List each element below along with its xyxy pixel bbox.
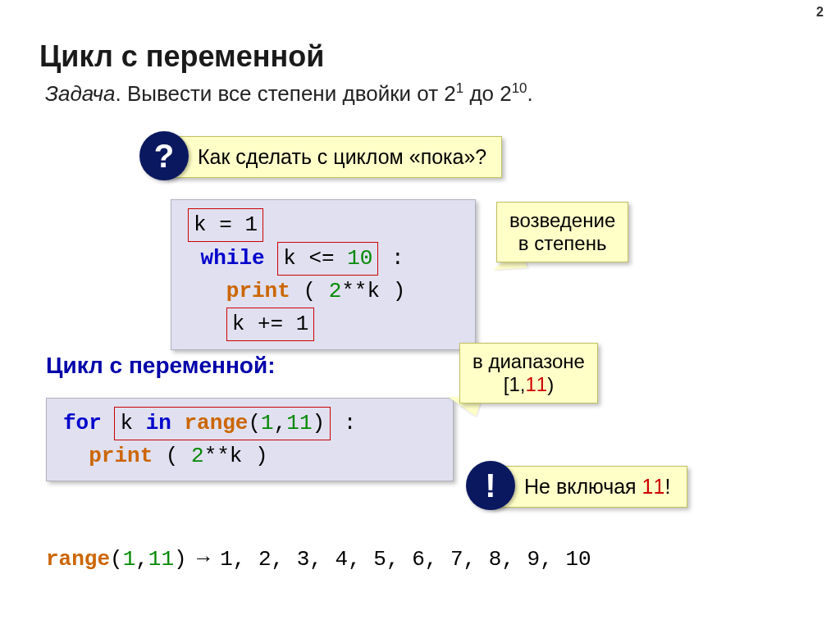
p2-open: ( [153, 444, 191, 468]
co2b: 11 [525, 373, 547, 395]
code-block-while: k = 1 while k <= 10 : print ( 2**k ) k +… [171, 199, 476, 350]
rb-close: ) [313, 411, 326, 435]
task-text-b: до 2 [463, 81, 512, 106]
arrow-icon: → [187, 545, 220, 570]
keyword-while: while [201, 246, 265, 271]
task-text-c: . [527, 81, 533, 106]
page-title: Цикл с переменной [39, 39, 324, 74]
rl-close: ) [174, 547, 187, 572]
kw-for: for [63, 411, 102, 435]
rl-open: ( [110, 547, 123, 572]
task-text-a: . Вывести все степени двойки от 2 [115, 81, 455, 106]
callout2-line2: [1,11) [472, 373, 585, 396]
task-sup1: 1 [456, 80, 463, 96]
kw-in: in [146, 411, 171, 435]
code-block-for: for k in range(1,11) : print ( 2**k ) [46, 398, 454, 481]
fn-print2: print [89, 444, 153, 468]
excl-a: Не включая [524, 475, 642, 498]
code-line-3: print ( 2**k ) [188, 276, 459, 308]
task-line: Задача. Вывести все степени двойки от 21… [45, 80, 533, 107]
question-icon: ? [139, 131, 189, 180]
exclaim-icon: ! [466, 461, 515, 510]
code-line-4: k += 1 [188, 308, 459, 341]
fn-range: range [171, 411, 249, 435]
for-colon: : [331, 411, 356, 435]
paren: ( [290, 279, 329, 303]
task-sup2: 10 [512, 80, 527, 96]
p2-num: 2 [191, 444, 204, 468]
fn-print: print [226, 279, 290, 303]
p2-rest: **k ) [204, 444, 268, 468]
colon: : [378, 246, 404, 271]
task-label: Задача [45, 81, 115, 106]
rl-comma: , [135, 547, 148, 572]
rb-n1: 1 [261, 411, 274, 435]
rl-n2: 11 [148, 547, 174, 572]
rb-n2: 11 [286, 411, 312, 435]
rl-seq: 1, 2, 3, 4, 5, 6, 7, 8, 9, 10 [220, 547, 591, 572]
excl-num: 11 [642, 475, 665, 498]
for-line-1: for k in range(1,11) : [63, 407, 436, 440]
code-redbox-range: k in range(1,11) [114, 407, 331, 440]
co2a: [1, [504, 373, 526, 395]
code-line-1: k = 1 [188, 208, 459, 242]
question-callout: Как сделать с циклом «пока»? [164, 136, 502, 178]
rl-fn: range [46, 547, 110, 572]
cond-a: k <= [283, 246, 347, 271]
callout1-line1: возведение [509, 209, 615, 232]
range-expansion: range(1,11) → 1, 2, 3, 4, 5, 6, 7, 8, 9,… [46, 545, 591, 572]
callout2-line1: в диапазоне [472, 350, 585, 373]
rb-open: ( [248, 411, 261, 435]
rb-a: k [120, 411, 145, 435]
code-redbox-cond: k <= 10 [277, 242, 378, 276]
callout-exponent: возведение в степень [496, 202, 628, 262]
subheading-for-loop: Цикл с переменной: [46, 353, 275, 379]
callout-range: в диапазоне [1,11) [459, 343, 598, 403]
cond-num: 10 [347, 246, 372, 271]
excl-b: ! [664, 475, 670, 498]
rb-comma: , [274, 411, 287, 435]
code-redbox-incr: k += 1 [226, 308, 315, 341]
num2: 2 [329, 279, 342, 303]
co2c: ) [547, 373, 554, 395]
page-number: 2 [816, 5, 824, 20]
code-redbox-init: k = 1 [188, 208, 263, 242]
code-line-2: while k <= 10 : [188, 242, 459, 276]
callout1-line2: в степень [509, 232, 615, 255]
rl-n1: 1 [123, 547, 136, 572]
for-line-2: print ( 2**k ) [63, 440, 436, 472]
exclaim-callout: Не включая 11! [491, 466, 687, 508]
rest: **k ) [341, 279, 405, 303]
